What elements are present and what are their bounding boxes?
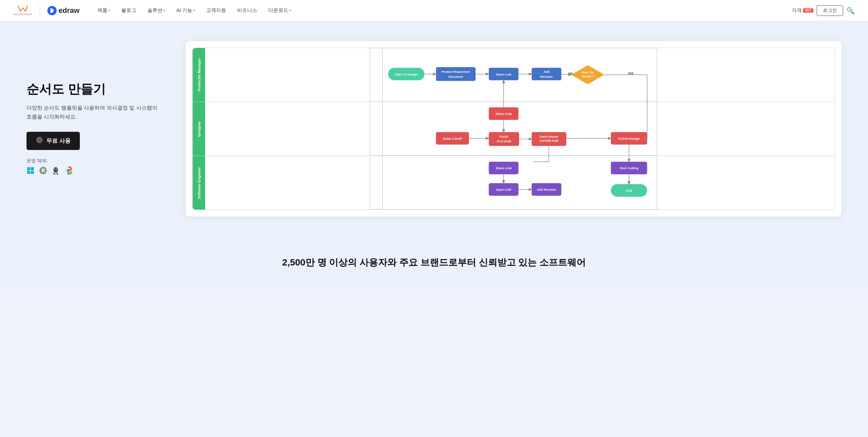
os-icons-row: ⌘ [27, 167, 159, 176]
svg-point-0 [36, 137, 43, 143]
svg-text:⌘: ⌘ [41, 168, 45, 173]
flowchart-diagram: Producter Manager Designer Software Engi… [186, 41, 841, 216]
logo-area: wondershare edraw [13, 5, 80, 16]
svg-rect-3 [27, 171, 30, 174]
lane-se-body [205, 156, 835, 210]
linux-logo [52, 167, 60, 174]
lane-designer-body [205, 102, 835, 156]
nav-item-blog[interactable]: 블로그 [117, 5, 141, 16]
bottom-section: 2,500만 명 이상의 사용자와 주요 브랜드로부터 신뢰받고 있는 소프트웨… [0, 236, 868, 289]
logo-divider [40, 5, 40, 16]
nav-item-download[interactable]: 다운로드 ▾ [264, 5, 296, 16]
edraw-logo: edraw [48, 6, 80, 15]
ws-logo-icon [17, 5, 29, 12]
edraw-label: edraw [59, 6, 80, 15]
os-icon [36, 136, 43, 145]
chevron-down-icon: ▾ [289, 9, 291, 12]
nav-item-business[interactable]: 비즈니스 [232, 5, 262, 16]
edraw-icon [48, 6, 57, 15]
mac-icon [36, 136, 43, 144]
os-label: 운영 체제: [27, 158, 159, 164]
chrome-logo [64, 167, 72, 174]
page-title: 순서도 만들기 [27, 81, 159, 97]
chevron-down-icon: ▾ [108, 9, 110, 12]
lane-se-label: Software Engineer [192, 156, 205, 210]
ws-label: wondershare [13, 12, 32, 16]
nav-item-products[interactable]: 제품 ▾ [93, 5, 115, 16]
navbar-right: 가격 HOT 로그인 🔍 [792, 5, 855, 16]
free-use-button[interactable]: 무료 사용 [27, 132, 80, 150]
macos-icon: ⌘ [39, 167, 47, 176]
lane-se: Software Engineer [192, 156, 835, 210]
svg-rect-2 [31, 167, 34, 170]
lane-designer-label: Designer [192, 102, 205, 156]
macos-logo: ⌘ [39, 167, 47, 174]
nav-menu: 제품 ▾ 블로그 솔루션 ▾ AI 기능 ▾ 고객지원 비즈니스 다운로드 ▾ [93, 5, 792, 16]
price-item[interactable]: 가격 HOT [792, 7, 813, 13]
navbar: wondershare edraw 제품 ▾ 블로그 솔루션 ▾ AI 기능 ▾ [0, 0, 868, 21]
chevron-down-icon: ▾ [163, 9, 165, 12]
nav-item-support[interactable]: 고객지원 [202, 5, 230, 16]
diagram-canvas: Producter Manager Designer Software Engi… [192, 48, 835, 210]
svg-point-14 [67, 169, 69, 172]
linux-icon [52, 167, 60, 176]
bottom-title: 2,500만 명 이상의 사용자와 주요 브랜드로부터 신뢰받고 있는 소프트웨… [13, 256, 855, 269]
login-button[interactable]: 로그인 [817, 5, 843, 16]
svg-point-7 [53, 167, 58, 172]
hero-description: 다양한 순서도 템플릿을 사용하여 의사결정 및 시스템의 흐름을 시각화하세요… [27, 103, 159, 121]
lane-pm: Producter Manager [192, 48, 835, 102]
chrome-icon [64, 167, 72, 176]
hot-badge: HOT [803, 8, 813, 12]
hero-section: 순서도 만들기 다양한 순서도 템플릿을 사용하여 의사결정 및 시스템의 흐름… [0, 21, 868, 236]
search-icon[interactable]: 🔍 [846, 7, 855, 14]
lane-designer: Designer [192, 102, 835, 156]
lane-pm-label: Producter Manager [192, 48, 205, 102]
svg-point-10 [54, 169, 55, 169]
edraw-d-icon [49, 8, 55, 13]
svg-point-11 [56, 169, 57, 169]
cta-label: 무료 사용 [46, 137, 70, 145]
hero-content: 순서도 만들기 다양한 순서도 템플릿을 사용하여 의사결정 및 시스템의 흐름… [27, 81, 159, 177]
windows-icon [27, 167, 34, 176]
svg-rect-4 [31, 171, 34, 174]
windows-logo [27, 167, 34, 174]
wondershare-logo: wondershare [13, 5, 32, 16]
nav-item-solutions[interactable]: 솔루션 ▾ [143, 5, 169, 16]
lane-pm-body [205, 48, 835, 102]
nav-item-ai[interactable]: AI 기능 ▾ [172, 5, 199, 16]
svg-rect-1 [27, 167, 30, 170]
chevron-down-icon: ▾ [193, 9, 195, 12]
